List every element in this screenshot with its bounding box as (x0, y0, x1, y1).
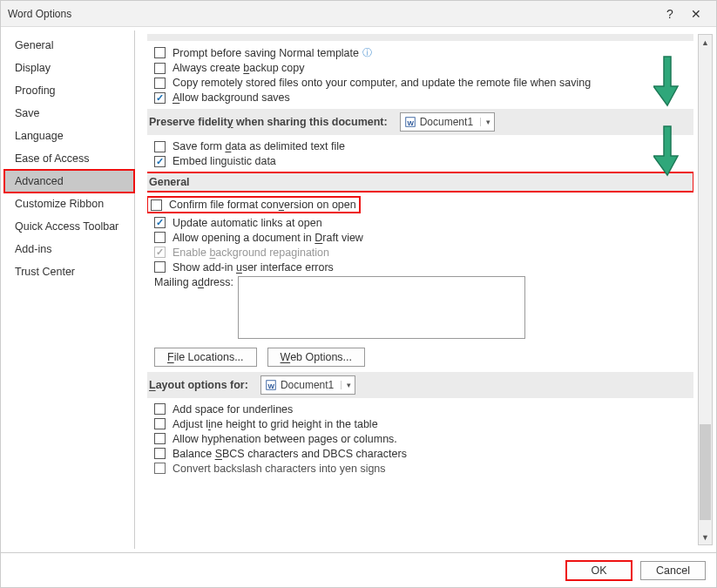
checkbox-icon (154, 78, 166, 89)
checkbox-icon (154, 232, 166, 243)
sidebar-item-save[interactable]: Save (4, 102, 134, 125)
opt-balance-sbcs[interactable]: Balance SBCS characters and DBCS charact… (154, 448, 693, 460)
svg-text:W: W (267, 382, 274, 389)
checkbox-icon (154, 63, 166, 74)
file-locations-button[interactable]: File Locations... (154, 348, 257, 367)
opt-open-draft[interactable]: Allow opening a document in Draft view (154, 232, 693, 244)
help-button[interactable]: ? (657, 7, 683, 21)
checkbox-icon (154, 217, 166, 228)
opt-prompt-normal[interactable]: Prompt before saving Normal template ⓘ (154, 46, 693, 59)
sidebar-item-ease-of-access[interactable]: Ease of Access (4, 147, 134, 170)
info-icon[interactable]: ⓘ (362, 46, 372, 59)
checkbox-icon (154, 47, 166, 58)
opt-add-space-underlines[interactable]: Add space for underlines (154, 403, 693, 416)
checkbox-icon (154, 433, 166, 444)
opt-addin-errors[interactable]: Show add-in user interface errors (154, 261, 693, 274)
titlebar: Word Options ? ✕ (1, 1, 716, 27)
checkbox-icon (154, 141, 166, 152)
layout-doc-dropdown[interactable]: W Document1 ▾ (260, 375, 355, 395)
vertical-scrollbar[interactable]: ▲ ▼ (698, 34, 713, 545)
opt-bg-saves[interactable]: Allow background saves (154, 91, 693, 104)
opt-copy-remote[interactable]: Copy remotely stored files onto your com… (154, 77, 693, 89)
checkbox-icon (154, 261, 166, 273)
opt-save-form-data[interactable]: Save form data as delimited text file (154, 140, 693, 152)
mailing-address-label: Mailing address: (154, 276, 238, 288)
ok-button[interactable]: OK (566, 561, 632, 580)
checkbox-icon (154, 463, 166, 474)
sidebar-item-trust-center[interactable]: Trust Center (4, 260, 134, 283)
opt-bg-repagination: Enable background repagination (154, 247, 693, 259)
chevron-down-icon: ▾ (480, 118, 490, 126)
window-title: Word Options (8, 8, 71, 20)
word-doc-icon: W (404, 116, 416, 128)
checkbox-icon (154, 156, 166, 167)
preserve-doc-dropdown[interactable]: W Document1 ▾ (400, 112, 495, 132)
options-content: Prompt before saving Normal template ⓘ A… (135, 27, 716, 552)
section-general: General (147, 172, 693, 192)
opt-adjust-line-height[interactable]: Adjust line height to grid height in the… (154, 418, 693, 430)
checkbox-icon (154, 247, 166, 258)
svg-text:W: W (407, 119, 414, 127)
section-preserve-fidelity: Preserve fidelity when sharing this docu… (147, 109, 693, 135)
opt-backup-copy[interactable]: Always create backup copy (154, 62, 693, 74)
checkbox-icon (154, 448, 166, 459)
opt-embed-linguistic[interactable]: Embed linguistic data (154, 155, 693, 167)
scroll-up-button[interactable]: ▲ (699, 35, 712, 50)
cancel-button[interactable]: Cancel (640, 561, 706, 580)
sidebar-item-proofing[interactable]: Proofing (4, 79, 134, 102)
scroll-down-button[interactable]: ▼ (699, 530, 712, 544)
mailing-address-input[interactable] (238, 276, 525, 339)
sidebar-item-language[interactable]: Language (4, 125, 134, 147)
opt-convert-yen[interactable]: Convert backslash characters into yen si… (154, 463, 693, 475)
sidebar-item-quick-access-toolbar[interactable]: Quick Access Toolbar (4, 215, 134, 238)
web-options-button[interactable]: Web Options... (267, 348, 365, 367)
sidebar-item-general[interactable]: General (4, 34, 134, 57)
dialog-footer: OK Cancel (1, 552, 716, 587)
checkbox-icon (154, 92, 166, 104)
sidebar-item-customize-ribbon[interactable]: Customize Ribbon (4, 193, 134, 215)
word-options-window: Word Options ? ✕ General Display Proofin… (0, 0, 717, 588)
checkbox-icon (154, 403, 166, 415)
mailing-address-row: Mailing address: (154, 276, 693, 339)
sidebar: General Display Proofing Save Language E… (4, 30, 135, 549)
checkbox-icon (151, 199, 162, 211)
scroll-thumb[interactable] (700, 424, 711, 520)
opt-update-links[interactable]: Update automatic links at open (154, 217, 693, 229)
chevron-down-icon: ▾ (341, 381, 351, 389)
opt-allow-hyphenation[interactable]: Allow hyphenation between pages or colum… (154, 433, 693, 445)
sidebar-item-advanced[interactable]: Advanced (4, 170, 134, 193)
opt-confirm-conversion[interactable]: Confirm file format conversion on open (151, 199, 356, 211)
sidebar-item-display[interactable]: Display (4, 57, 134, 79)
checkbox-icon (154, 418, 166, 429)
section-layout-options: Layout options for: W Document1 ▾ (147, 372, 693, 398)
word-doc-icon: W (265, 379, 277, 391)
close-button[interactable]: ✕ (683, 7, 709, 21)
sidebar-item-add-ins[interactable]: Add-ins (4, 238, 134, 260)
